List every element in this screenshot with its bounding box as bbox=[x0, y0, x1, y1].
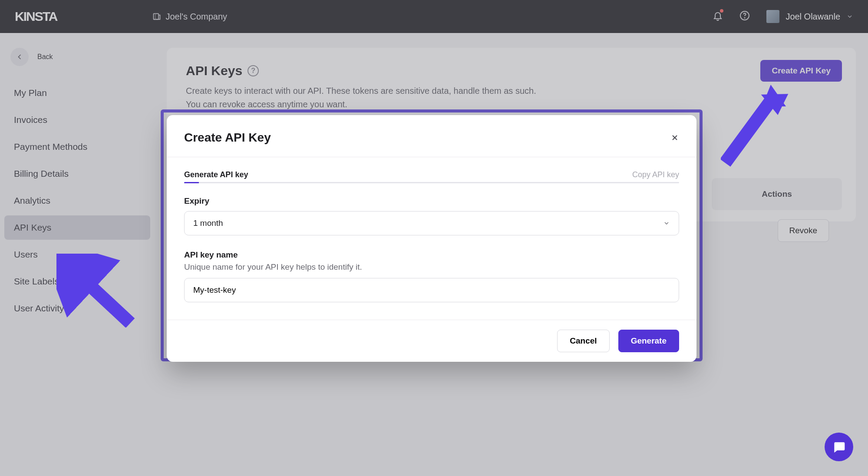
expiry-label: Expiry bbox=[184, 196, 679, 206]
close-icon[interactable] bbox=[670, 133, 679, 142]
generate-button[interactable]: Generate bbox=[618, 330, 679, 352]
expiry-select[interactable]: 1 month bbox=[184, 211, 679, 235]
api-key-name-input[interactable] bbox=[184, 278, 679, 302]
create-api-key-modal: Create API Key Generate API key Copy API… bbox=[167, 115, 696, 362]
step-generate: Generate API key bbox=[184, 170, 248, 179]
step-copy: Copy API key bbox=[632, 170, 679, 179]
chat-widget[interactable] bbox=[825, 433, 853, 461]
api-key-name-label: API key name bbox=[184, 250, 679, 260]
chat-icon bbox=[832, 440, 846, 454]
expiry-value: 1 month bbox=[193, 218, 223, 228]
modal-title: Create API Key bbox=[184, 131, 271, 145]
chevron-down-icon bbox=[663, 220, 670, 227]
progress-bar bbox=[184, 182, 679, 183]
api-key-name-sub: Unique name for your API key helps to id… bbox=[184, 262, 679, 272]
cancel-button[interactable]: Cancel bbox=[557, 330, 609, 352]
